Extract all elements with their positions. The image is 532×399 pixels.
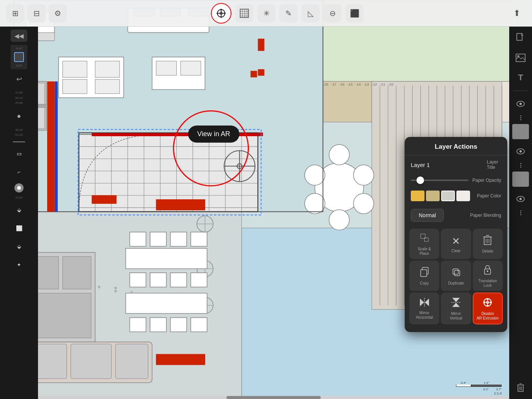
- grid-icon-btn[interactable]: ⊞: [6, 4, 24, 22]
- right-panel: T: [509, 27, 532, 399]
- clear-icon: ✕: [452, 235, 460, 247]
- svg-rect-2: [323, 81, 372, 122]
- star-btn[interactable]: ✦: [11, 256, 27, 273]
- ruler-tick-6: 36.20: [15, 128, 23, 132]
- svg-text:-16: -16: [339, 82, 345, 86]
- paper-blending-label: Paper Blending: [470, 213, 501, 218]
- scale-place-label: Scale &Place: [418, 247, 431, 256]
- svg-rect-93: [191, 318, 207, 332]
- svg-point-98: [329, 210, 350, 230]
- ruler-tick-5: 25.60: [15, 101, 23, 105]
- scale-place-btn[interactable]: Scale &Place: [409, 229, 439, 259]
- ruler-tick-1: 6.40: [16, 46, 22, 51]
- layer1-eye-btn[interactable]: [512, 95, 529, 112]
- svg-rect-84: [191, 232, 207, 246]
- image-icon-btn[interactable]: [512, 49, 529, 66]
- svg-rect-16: [63, 79, 87, 94]
- svg-rect-92: [170, 318, 187, 332]
- clear-btn[interactable]: ✕ Clear: [441, 229, 471, 259]
- svg-point-97: [353, 193, 374, 214]
- svg-rect-17: [95, 79, 119, 94]
- svg-rect-87: [170, 273, 187, 287]
- settings-icon-btn[interactable]: ⚙: [49, 4, 67, 22]
- opacity-slider[interactable]: [411, 180, 469, 181]
- ruler-tick-2: 9.05: [16, 64, 22, 68]
- layer-name-input[interactable]: [411, 162, 483, 168]
- translation-lock-btn[interactable]: TranslationLock: [473, 261, 503, 291]
- svg-text:-15: -15: [347, 82, 353, 86]
- svg-rect-45: [156, 200, 205, 210]
- sidebar-collapse-btn[interactable]: ◀◀: [11, 30, 27, 42]
- svg-rect-20: [180, 61, 201, 75]
- minus-circle-btn[interactable]: ⊖: [323, 4, 342, 22]
- svg-point-145: [519, 103, 522, 105]
- layout-icon-btn[interactable]: ⊟: [27, 4, 46, 22]
- pencil-btn[interactable]: ✎: [279, 4, 298, 22]
- color-swatch-tan[interactable]: [426, 191, 440, 201]
- circle-btn[interactable]: ●: [11, 108, 27, 125]
- transform-btn[interactable]: ✳: [257, 4, 276, 22]
- mirror-h-icon: [419, 298, 430, 309]
- svg-rect-83: [170, 232, 187, 246]
- color-swatch-grey[interactable]: [441, 191, 455, 201]
- trash-icon-btn[interactable]: [512, 379, 529, 396]
- ruler: 6.40 9.05: [11, 45, 27, 69]
- delete-icon: [483, 235, 492, 248]
- delete-label: Delete: [482, 249, 493, 254]
- camera-btn[interactable]: ⬛: [345, 4, 364, 22]
- duplicate-btn[interactable]: Duplicate: [441, 261, 471, 291]
- actions-grid: Scale &Place ✕ Clear Delete Copy Duplica…: [405, 226, 507, 327]
- paper-opacity-label: Paper Opacity: [472, 178, 501, 183]
- layer2-eye-btn[interactable]: [512, 143, 529, 160]
- opacity-thumb[interactable]: [416, 176, 424, 184]
- layer2-dots[interactable]: [520, 163, 521, 168]
- paper-color-label: Paper Color: [477, 193, 501, 199]
- mirror-h-btn[interactable]: MirrorHorizontal: [409, 292, 439, 324]
- ruler-tick-8: 72.41: [15, 196, 23, 200]
- angle-btn[interactable]: ◺: [301, 4, 320, 22]
- text-icon-btn[interactable]: T: [512, 69, 529, 86]
- color-swatch-white[interactable]: [456, 191, 470, 201]
- bottle-btn[interactable]: ⬙: [11, 202, 27, 218]
- disable-ar-btn[interactable]: DisableAR Extrusion: [473, 292, 503, 324]
- svg-rect-86: [150, 273, 166, 287]
- layer1-dots[interactable]: [520, 115, 521, 120]
- svg-text:-12: -12: [372, 82, 377, 86]
- layer3-eye-btn[interactable]: [512, 191, 529, 207]
- eraser-btn[interactable]: ⬜: [11, 220, 27, 237]
- svg-rect-115: [71, 344, 111, 378]
- bottle2-btn[interactable]: ⬙: [11, 238, 27, 255]
- scale-label-07: 0.7": [496, 388, 502, 391]
- layer3-dots[interactable]: [520, 210, 521, 215]
- svg-rect-88: [191, 273, 207, 287]
- paper-opacity-row: Paper Opacity: [405, 174, 507, 187]
- ar-tooltip-label: View in AR: [197, 130, 230, 138]
- clear-label: Clear: [451, 249, 461, 253]
- copy-label: Copy: [420, 281, 429, 286]
- ruler-tick-7: 51.20: [15, 133, 23, 137]
- move-tool-btn[interactable]: [211, 3, 231, 24]
- svg-marker-171: [425, 299, 429, 306]
- svg-text:-11: -11: [380, 82, 385, 86]
- undo-btn[interactable]: ↩: [11, 71, 27, 87]
- mirror-v-btn[interactable]: MirrorVertical: [441, 292, 471, 324]
- ruler-tick-3: 12.80: [15, 91, 23, 95]
- color-swatch-gold[interactable]: [411, 191, 424, 201]
- svg-text:-10: -10: [388, 82, 393, 86]
- blend-mode-btn[interactable]: Normal: [411, 209, 444, 222]
- delete-btn[interactable]: Delete: [473, 229, 503, 259]
- share-btn[interactable]: ⬆: [508, 4, 526, 22]
- disable-ar-icon: [482, 297, 493, 310]
- mirror-v-label: MirrorVertical: [450, 312, 462, 321]
- wall-btn[interactable]: ▭: [11, 145, 27, 162]
- doc-icon-btn[interactable]: [512, 30, 529, 46]
- svg-rect-116: [116, 344, 148, 378]
- hatch-btn[interactable]: [235, 4, 253, 22]
- copy-btn[interactable]: Copy: [409, 261, 439, 291]
- svg-rect-166: [453, 269, 458, 274]
- duplicate-icon: [451, 267, 461, 280]
- svg-rect-90: [130, 318, 146, 332]
- svg-rect-141: [517, 33, 522, 40]
- door-btn[interactable]: ⌐: [11, 164, 27, 180]
- paper-color-swatches: [411, 191, 473, 201]
